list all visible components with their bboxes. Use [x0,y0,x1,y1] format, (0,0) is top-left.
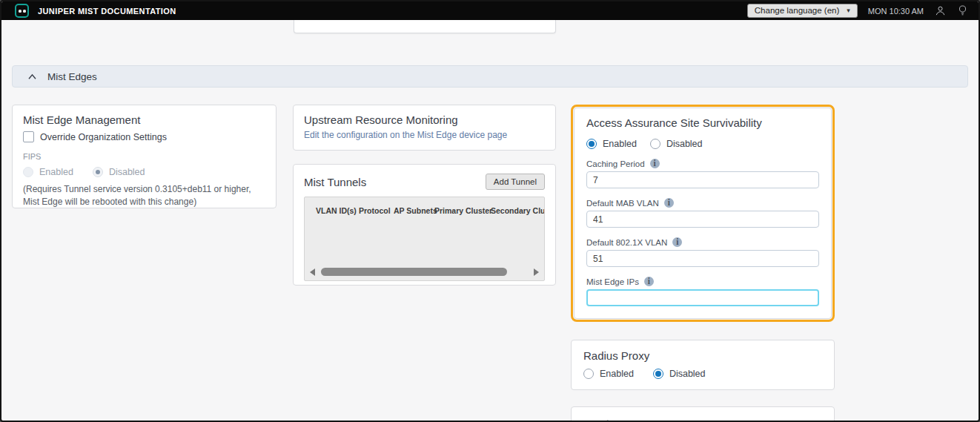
radius-proxy-radio-group: Enabled Disabled [583,369,822,379]
column-header: VLAN ID(s) [316,206,359,215]
change-language-label: Change language (en) [755,6,839,15]
override-label: Override Organization Settings [40,132,167,142]
panel-title: CoA/DM Server [583,418,822,422]
survivability-radio-group: Enabled Disabled [586,139,819,149]
fips-note: (Requires Tunnel service version 0.3105+… [23,183,265,208]
app-window: JUNIPER MIST DOCUMENTATION Change langua… [0,0,980,422]
column-header: AP Subnets [394,206,434,215]
info-icon[interactable]: i [650,159,660,168]
chevron-up-icon [27,73,37,80]
fips-label: FIPS [23,152,265,161]
default-8021x-vlan-label-row: Default 802.1X VLAN i [586,237,819,247]
panel-title: Mist Edge Management [23,113,265,126]
default-mab-vlan-label-row: Default MAB VLAN i [586,198,819,208]
column-header: Protocol [359,206,394,215]
column-header: Primary Cluster [434,206,491,215]
clock-label: MON 10:30 AM [868,7,924,16]
panel-title: Radius Proxy [583,349,822,362]
tunnels-table: VLAN ID(s) Protocol AP Subnets Primary C… [304,197,545,281]
mist-tunnels-panel: Mist Tunnels Add Tunnel VLAN ID(s) Proto… [293,164,556,286]
panel-title: Upstream Resource Monitoring [304,113,545,126]
edit-configuration-link[interactable]: Edit the configuration on the Mist Edge … [304,130,545,140]
column-header: Secondary Cluster [491,206,544,215]
scroll-right-arrow-icon[interactable] [534,268,539,276]
mist-edge-ips-label-row: Mist Edge IPs i [586,277,819,286]
user-account-icon[interactable] [934,4,947,17]
scrollbar-thumb[interactable] [321,268,507,276]
fips-enabled-option[interactable]: Enabled [23,167,73,177]
survivability-enabled-option[interactable]: Enabled [586,139,637,149]
radius-proxy-enabled-option[interactable]: Enabled [583,369,634,379]
info-icon[interactable]: i [644,277,654,286]
mist-logo-icon [15,4,29,18]
fips-disabled-option[interactable]: Disabled [93,167,145,177]
lightbulb-icon[interactable] [957,4,968,17]
radio-icon[interactable] [586,139,597,149]
override-org-settings-option[interactable]: Override Organization Settings [23,131,265,142]
mist-edges-section-header[interactable]: Mist Edges [12,65,968,88]
caching-period-label-row: Caching Period i [586,159,819,168]
radio-icon[interactable] [93,167,103,177]
fips-radio-group: Enabled Disabled [23,167,265,177]
caching-period-input[interactable] [586,171,819,188]
survivability-disabled-option[interactable]: Disabled [650,139,703,149]
chevron-down-icon: ▾ [847,7,850,14]
panel-title: Access Assurance Site Survivability [586,116,819,129]
scrollbar-track[interactable] [319,268,530,276]
scroll-left-arrow-icon[interactable] [310,268,315,276]
radio-icon[interactable] [650,139,660,149]
page-content: Mist Edges Mist Edge Management Override… [1,20,979,422]
mist-edge-ips-input[interactable] [586,289,819,306]
radio-icon[interactable] [653,369,663,379]
default-mab-vlan-input[interactable] [586,211,819,228]
panel-title: Mist Tunnels [304,176,366,188]
tunnels-table-header: VLAN ID(s) Protocol AP Subnets Primary C… [305,197,544,215]
section-title: Mist Edges [47,71,97,82]
change-language-dropdown[interactable]: Change language (en) ▾ [747,4,858,18]
radio-icon[interactable] [583,369,594,379]
horizontal-scrollbar[interactable] [305,268,544,280]
upstream-resource-monitoring-panel: Upstream Resource Monitoring Edit the co… [293,105,556,151]
scrolled-field-remnant [294,20,556,33]
brand-title: JUNIPER MIST DOCUMENTATION [38,7,176,16]
radius-proxy-disabled-option[interactable]: Disabled [653,369,706,379]
access-assurance-panel: Access Assurance Site Survivability Enab… [574,108,832,319]
info-icon[interactable]: i [672,237,682,247]
top-bar: JUNIPER MIST DOCUMENTATION Change langua… [1,1,979,20]
info-icon[interactable]: i [664,198,674,208]
default-8021x-vlan-input[interactable] [586,250,819,267]
mist-edge-management-panel: Mist Edge Management Override Organizati… [12,105,277,208]
coa-dm-server-panel: CoA/DM Server Enabled Disabled [571,406,835,422]
override-checkbox[interactable] [23,131,34,142]
add-tunnel-button[interactable]: Add Tunnel [486,174,545,190]
radius-proxy-panel: Radius Proxy Enabled Disabled [571,340,835,390]
radio-icon[interactable] [23,167,33,177]
